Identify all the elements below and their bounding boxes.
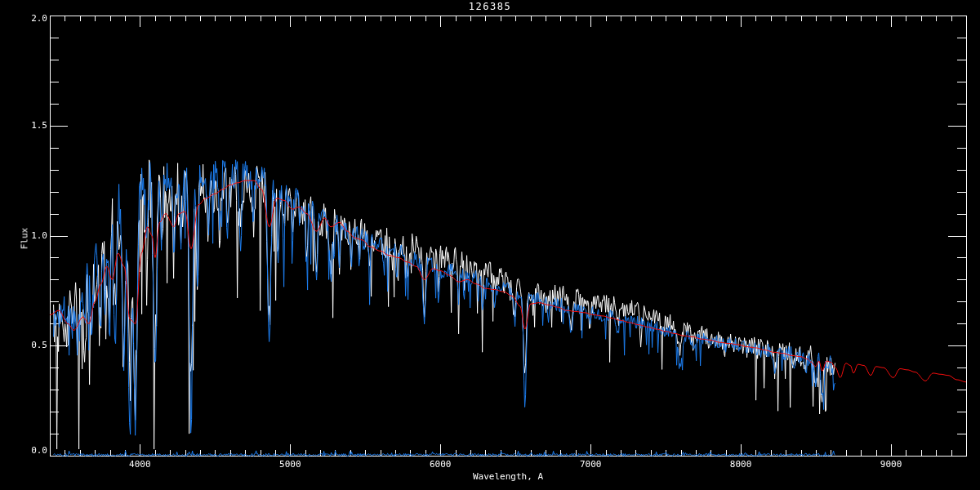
x-tick-label: 5000 [265, 459, 314, 470]
y-tick-label: 0.0 [15, 445, 47, 456]
y-tick-label: 1.0 [15, 230, 47, 241]
x-tick-label: 9000 [866, 459, 915, 470]
y-tick-label: 2.0 [15, 13, 47, 24]
y-tick-label: 0.5 [15, 340, 47, 350]
spectrum-figure: 126385 Wavelength, A Flux 40005000600070… [0, 0, 980, 490]
y-tick-label: 1.5 [15, 120, 47, 131]
x-tick-label: 8000 [716, 459, 765, 470]
x-axis-label: Wavelength, A [50, 471, 966, 482]
x-tick-label: 7000 [566, 459, 615, 470]
x-tick-label: 4000 [115, 459, 164, 470]
plot-title: 126385 [0, 1, 980, 12]
spectrum-plot-canvas [0, 0, 980, 490]
x-tick-label: 6000 [416, 459, 465, 470]
